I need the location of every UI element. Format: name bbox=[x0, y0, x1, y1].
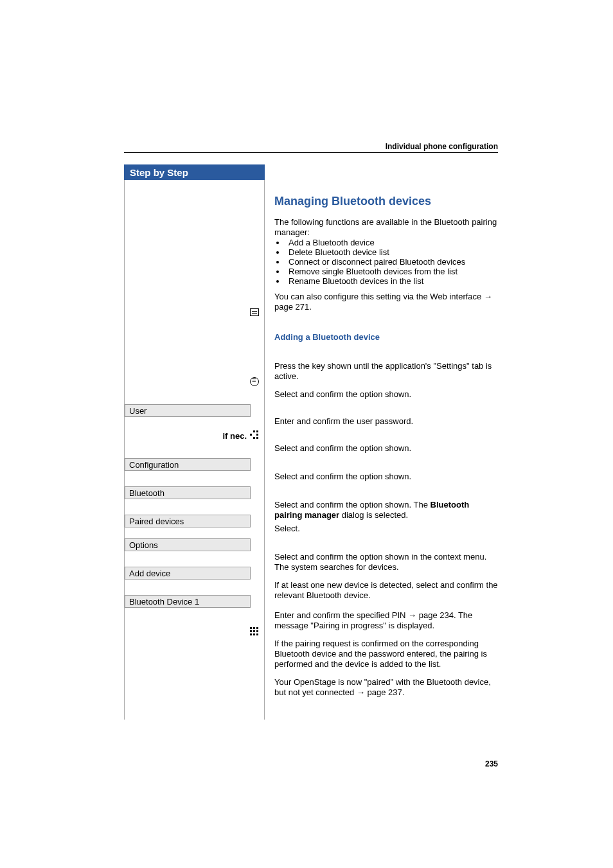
select-confirm-bluetooth: Select and confirm the option shown. bbox=[274, 472, 498, 482]
select-confirm-user: Select and confirm the option shown. bbox=[274, 389, 498, 400]
text: page 271. bbox=[274, 302, 312, 312]
web-interface-icon bbox=[250, 308, 259, 316]
menu-add-device: Add device bbox=[125, 567, 251, 580]
keypad-icon bbox=[250, 430, 259, 439]
list-item: Add a Bluetooth device bbox=[286, 238, 510, 247]
menu-configuration: Configuration bbox=[125, 458, 251, 471]
if-nec-label: if nec. bbox=[222, 431, 247, 441]
menu-paired-devices: Paired devices bbox=[125, 515, 251, 527]
step-by-step-sidebar: Step by Step User if nec. Configuration … bbox=[124, 164, 265, 720]
heading-managing-bluetooth: Managing Bluetooth devices bbox=[274, 195, 498, 208]
select-text: Select. bbox=[274, 524, 498, 534]
enter-pin-text: Enter and confirm the specified PIN → pa… bbox=[274, 610, 498, 631]
menu-user: User bbox=[125, 404, 251, 417]
menu-bluetooth: Bluetooth bbox=[125, 486, 251, 499]
paired-devices-text: Select and confirm the option shown. The… bbox=[274, 500, 498, 520]
text: page 237. bbox=[365, 687, 404, 697]
arrow-icon: → bbox=[484, 292, 492, 301]
text: Select and confirm the option shown. The bbox=[274, 500, 431, 509]
add-device-text: Select and confirm the option shown in t… bbox=[274, 552, 498, 572]
enter-password-text: Enter and confirm the user password. bbox=[274, 416, 498, 427]
text: Enter and confirm the specified PIN bbox=[274, 610, 408, 620]
running-head: Individual phone configuration bbox=[386, 142, 498, 151]
text: dialog is selected. bbox=[339, 510, 408, 520]
list-item: Connect or disconnect paired Bluetooth d… bbox=[286, 257, 510, 267]
press-key-text: Press the key shown until the applicatio… bbox=[274, 361, 498, 382]
heading-adding-device: Adding a Bluetooth device bbox=[274, 332, 498, 342]
pairing-request-text: If the pairing request is confirmed on t… bbox=[274, 639, 498, 669]
detect-device-text: If at least one new device is detected, … bbox=[274, 580, 498, 601]
top-rule bbox=[124, 152, 498, 153]
menu-options: Options bbox=[125, 538, 251, 551]
sidebar-body: User if nec. Configuration Bluetooth Pai… bbox=[124, 180, 265, 720]
page-number: 235 bbox=[485, 759, 498, 768]
arrow-icon: → bbox=[357, 687, 365, 697]
list-item: Remove single Bluetooth devices from the… bbox=[286, 267, 510, 276]
list-item: Delete Bluetooth device list bbox=[286, 247, 510, 257]
arrow-icon: → bbox=[408, 610, 416, 620]
select-confirm-config: Select and confirm the option shown. bbox=[274, 443, 498, 454]
keypad-icon bbox=[250, 627, 259, 636]
settings-key-icon bbox=[250, 377, 259, 386]
web-interface-note: You can also configure this setting via … bbox=[274, 292, 498, 312]
page: Individual phone configuration Step by S… bbox=[0, 0, 613, 868]
list-item: Rename Bluetooth devices in the list bbox=[286, 276, 510, 286]
text: You can also configure this setting via … bbox=[274, 292, 484, 301]
intro-text: The following functions are available in… bbox=[274, 217, 498, 238]
menu-bluetooth-device-1: Bluetooth Device 1 bbox=[125, 595, 251, 608]
paired-final-text: Your OpenStage is now "paired" with the … bbox=[274, 677, 498, 698]
sidebar-header: Step by Step bbox=[124, 164, 265, 180]
function-list: Add a Bluetooth device Delete Bluetooth … bbox=[286, 238, 510, 286]
